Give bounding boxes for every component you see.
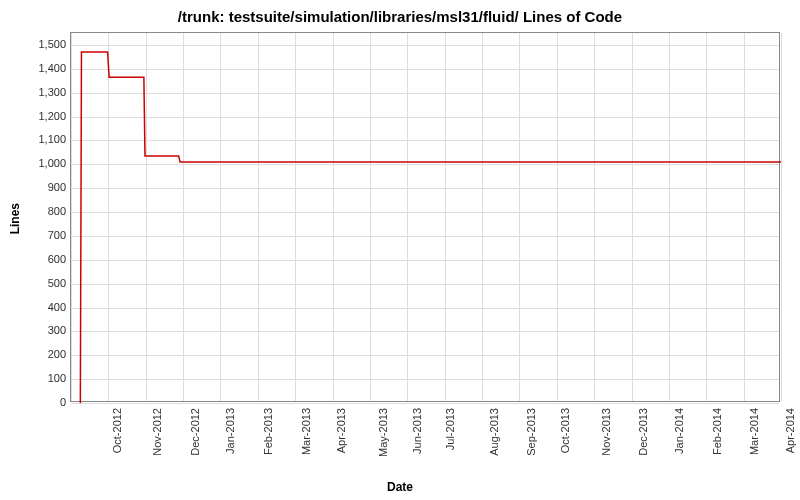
x-tick-label: Apr-2014	[784, 408, 796, 453]
y-tick-label: 1,400	[6, 62, 66, 74]
y-tick-label: 1,100	[6, 133, 66, 145]
x-tick-label: Oct-2012	[111, 408, 123, 453]
x-tick-label: Jan-2014	[672, 408, 684, 454]
y-tick-label: 1,500	[6, 38, 66, 50]
y-tick-label: 1,000	[6, 157, 66, 169]
y-tick-label: 100	[6, 372, 66, 384]
x-tick-label: Mar-2014	[748, 408, 760, 455]
x-tick-label: Dec-2012	[188, 408, 200, 456]
y-tick-label: 800	[6, 205, 66, 217]
x-tick-label: Sep-2013	[525, 408, 537, 456]
line-series	[71, 33, 779, 401]
x-axis-label: Date	[387, 480, 413, 494]
x-tick-label: Jan-2013	[224, 408, 236, 454]
y-tick-label: 300	[6, 324, 66, 336]
x-tick-label: Nov-2012	[151, 408, 163, 456]
x-tick-label: Mar-2013	[300, 408, 312, 455]
x-tick-label: Dec-2013	[637, 408, 649, 456]
y-tick-label: 500	[6, 277, 66, 289]
x-tick-label: Aug-2013	[487, 408, 499, 456]
data-line	[80, 52, 781, 403]
gridline-v	[781, 33, 782, 401]
x-tick-label: Feb-2013	[263, 408, 275, 455]
y-tick-label: 600	[6, 253, 66, 265]
x-tick-label: Jul-2013	[445, 408, 457, 450]
chart-container: /trunk: testsuite/simulation/libraries/m…	[0, 0, 800, 500]
y-tick-label: 1,200	[6, 110, 66, 122]
x-tick-label: May-2013	[377, 408, 389, 457]
y-tick-label: 1,300	[6, 86, 66, 98]
y-tick-label: 200	[6, 348, 66, 360]
x-tick-label: Nov-2013	[599, 408, 611, 456]
y-tick-label: 400	[6, 301, 66, 313]
y-tick-label: 0	[6, 396, 66, 408]
plot-area	[70, 32, 780, 402]
x-tick-label: Jun-2013	[411, 408, 423, 454]
chart-title: /trunk: testsuite/simulation/libraries/m…	[0, 0, 800, 29]
y-tick-label: 700	[6, 229, 66, 241]
y-tick-label: 900	[6, 181, 66, 193]
x-tick-label: Oct-2013	[560, 408, 572, 453]
gridline-h	[71, 403, 779, 404]
x-tick-label: Feb-2014	[711, 408, 723, 455]
x-tick-label: Apr-2013	[335, 408, 347, 453]
